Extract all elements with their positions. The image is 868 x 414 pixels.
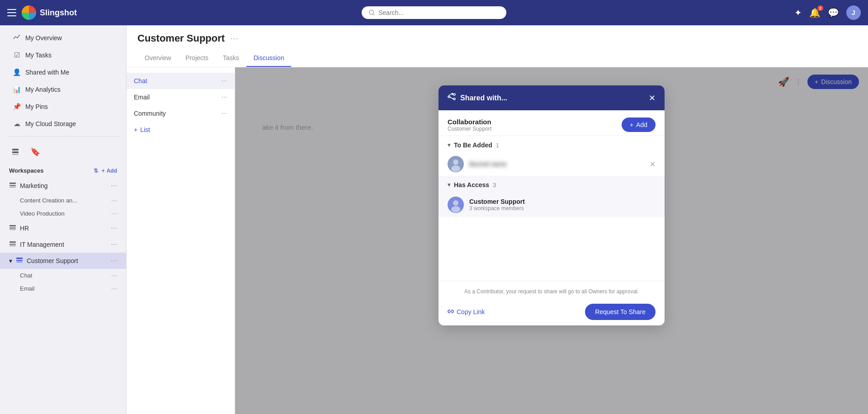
collab-sub: Customer Support <box>448 126 491 132</box>
svg-point-28 <box>451 206 460 212</box>
modal-title-row: Shared with... <box>448 93 507 103</box>
user-avatar[interactable]: J <box>846 5 861 20</box>
has-access-label: Has Access <box>454 181 489 188</box>
sidebar-item-shared-with-me[interactable]: 👤 Shared with Me <box>4 64 123 81</box>
workspace-hr[interactable]: HR ⋯ <box>0 220 126 236</box>
left-sidebar: My Overview ☑ My Tasks 👤 Shared with Me … <box>0 25 127 414</box>
svg-rect-5 <box>12 149 19 151</box>
sparkle-icon[interactable]: ✦ <box>794 7 802 18</box>
chat-icon[interactable]: 💬 <box>828 7 839 18</box>
panel-chat-more[interactable]: ⋯ <box>221 77 227 85</box>
add-btn-label: Add <box>636 121 647 128</box>
workspace-member-info: Customer Support 3 workspace members <box>469 198 525 212</box>
sidebar-item-my-cloud-storage[interactable]: ☁ My Cloud Storage <box>4 115 123 132</box>
app-logo[interactable]: Slingshot <box>22 5 77 20</box>
workspace-marketing-more[interactable]: ⋯ <box>111 182 117 189</box>
tab-projects[interactable]: Projects <box>178 50 216 67</box>
right-content: 🚀 ⋮ + Discussion ake it from there. <box>235 67 868 414</box>
svg-line-4 <box>373 14 374 15</box>
workspace-hr-more[interactable]: ⋯ <box>111 225 117 232</box>
menu-icon[interactable] <box>7 9 16 16</box>
overview-icon <box>13 33 21 42</box>
svg-point-22 <box>453 98 455 100</box>
svg-point-21 <box>453 94 455 95</box>
tab-overview[interactable]: Overview <box>137 50 178 67</box>
workspace-it-more[interactable]: ⋯ <box>111 241 117 248</box>
modal-share-icon <box>448 93 456 103</box>
page-body: Chat ⋯ Email ⋯ Community ⋯ + List <box>127 67 868 414</box>
svg-rect-9 <box>9 185 16 186</box>
workspaces-header: Workspaces ⇅ + Add <box>0 164 126 178</box>
workspace-member-avatar <box>448 197 464 213</box>
has-access-section: ▾ Has Access 3 <box>439 176 665 217</box>
svg-point-3 <box>369 10 373 14</box>
workspace-cs-more[interactable]: ⋯ <box>111 257 117 264</box>
layers-tab[interactable] <box>7 144 24 160</box>
hr-layers-icon <box>9 224 16 233</box>
panel-community-more[interactable]: ⋯ <box>221 110 227 117</box>
ws-sub-video-more[interactable]: ⋯ <box>111 210 117 217</box>
bookmark-tab[interactable]: 🔖 <box>27 144 43 160</box>
ws-sub-chat[interactable]: Chat ⋯ <box>0 269 126 282</box>
request-to-share-btn[interactable]: Request To Share <box>585 304 656 320</box>
workspace-marketing[interactable]: Marketing ⋯ <box>0 178 126 194</box>
copy-link-label: Copy Link <box>457 308 485 315</box>
footer-note-text: As a Contributor, your request to share … <box>464 288 639 295</box>
workspace-member-sub: 3 workspace members <box>469 205 525 212</box>
sidebar-item-my-tasks[interactable]: ☑ My Tasks <box>4 47 123 64</box>
svg-rect-17 <box>16 258 23 259</box>
ws-sub-email-more[interactable]: ⋯ <box>111 285 117 292</box>
workspace-marketing-label: Marketing <box>20 182 47 189</box>
sidebar-item-my-analytics[interactable]: 📊 My Analytics <box>4 81 123 98</box>
to-be-added-header[interactable]: ▾ To Be Added 1 <box>439 136 665 152</box>
add-list-btn[interactable]: + List <box>127 122 235 138</box>
page-tabs: Overview Projects Tasks Discussion <box>137 50 857 67</box>
ws-sub-video-production[interactable]: Video Production ⋯ <box>0 207 126 220</box>
panel-email-label: Email <box>134 94 150 101</box>
workspace-member-name: Customer Support <box>469 198 525 205</box>
add-collaborator-btn[interactable]: + Add <box>622 118 656 132</box>
copy-link-btn[interactable]: Copy Link <box>448 308 485 316</box>
sidebar-item-my-overview[interactable]: My Overview <box>4 29 123 47</box>
panel-item-email[interactable]: Email ⋯ <box>127 89 235 105</box>
pending-user-name: blurred name <box>469 160 644 168</box>
notification-bell[interactable]: 🔔 2 <box>809 7 821 18</box>
ws-sub-content-more[interactable]: ⋯ <box>111 197 117 204</box>
panel-item-community[interactable]: Community ⋯ <box>127 105 235 122</box>
add-workspace-btn[interactable]: + Add <box>102 168 117 174</box>
search-input[interactable] <box>378 9 499 16</box>
has-access-header[interactable]: ▾ Has Access 3 <box>439 176 665 192</box>
workspace-customer-support[interactable]: ▾ Customer Support ⋯ <box>0 253 126 269</box>
svg-rect-1 <box>7 12 16 13</box>
page-title-more-btn[interactable]: ⋯ <box>230 33 238 43</box>
tab-tasks[interactable]: Tasks <box>216 50 246 67</box>
modal-overlay: Shared with... ✕ Collaboration Customer … <box>235 67 868 414</box>
svg-rect-13 <box>9 229 16 230</box>
ws-sub-chat-more[interactable]: ⋯ <box>111 272 117 279</box>
page-header: Customer Support ⋯ Overview Projects Tas… <box>127 25 868 67</box>
workspace-it-management[interactable]: IT Management ⋯ <box>0 236 126 253</box>
top-navigation: Slingshot ✦ 🔔 2 💬 J <box>0 0 868 25</box>
ws-sub-email-label: Email <box>20 285 35 292</box>
ws-sub-content-creation[interactable]: Content Creation an... ⋯ <box>0 194 126 207</box>
ws-sub-email[interactable]: Email ⋯ <box>0 282 126 295</box>
sidebar-label-pins: My Pins <box>25 103 48 110</box>
logo-icon <box>22 5 36 20</box>
panel-email-more[interactable]: ⋯ <box>221 94 227 101</box>
sidebar-label-analytics: My Analytics <box>25 86 61 93</box>
pending-user-remove-btn[interactable]: ✕ <box>650 160 656 169</box>
svg-rect-10 <box>9 187 16 188</box>
sidebar-label-my-overview: My Overview <box>25 34 62 42</box>
sidebar-label-cloud: My Cloud Storage <box>25 120 76 127</box>
tab-discussion[interactable]: Discussion <box>246 50 292 67</box>
svg-point-24 <box>453 160 458 165</box>
sidebar-item-my-pins[interactable]: 📌 My Pins <box>4 98 123 115</box>
search-icon <box>369 9 375 16</box>
modal-close-btn[interactable]: ✕ <box>649 93 656 103</box>
svg-rect-0 <box>7 9 16 10</box>
svg-rect-2 <box>7 15 16 16</box>
sort-workspaces-btn[interactable]: ⇅ <box>94 168 98 174</box>
panel-item-chat[interactable]: Chat ⋯ <box>127 73 235 89</box>
ws-sub-content-label: Content Creation an... <box>20 197 77 204</box>
page-title-row: Customer Support ⋯ <box>137 33 857 44</box>
